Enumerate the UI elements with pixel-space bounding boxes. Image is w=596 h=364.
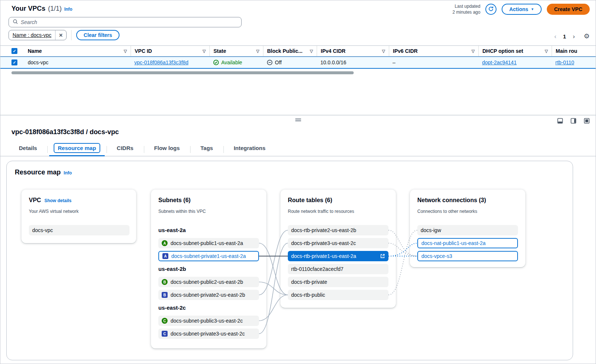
clear-filters-label: Clear filters <box>84 32 112 38</box>
create-vpc-label: Create VPC <box>554 6 582 12</box>
az-label: us-east-2b <box>158 266 186 272</box>
row-checkbox[interactable]: ✓ <box>11 59 17 65</box>
state-label: Available <box>221 59 242 65</box>
subnets-card-title: Subnets (6) <box>158 197 191 204</box>
split-bottom-icon[interactable] <box>557 118 563 124</box>
tab-integrations[interactable]: Integrations <box>223 143 276 156</box>
split-side-icon[interactable] <box>570 118 576 124</box>
subnet-item[interactable]: C docs-subnet-public3-us-east-2c <box>158 316 259 326</box>
subnet-item[interactable]: A docs-subnet-public1-us-east-2a <box>158 238 259 248</box>
search-icon <box>13 19 18 25</box>
split-drag-handle[interactable] <box>295 119 301 122</box>
info-link[interactable]: Info <box>64 7 73 12</box>
network-connections-card-title: Network connections (3) <box>417 197 486 204</box>
network-connections-card: Network connections (3) Connections to o… <box>410 190 525 267</box>
column-filter-icon[interactable]: ▽ <box>307 49 313 54</box>
tab-resource-map[interactable]: Resource map <box>47 143 106 156</box>
cell-main-route: rtb-0110 <box>552 57 596 68</box>
connection-item[interactable]: docs-igw <box>417 225 518 235</box>
subnet-item[interactable]: B docs-subnet-public2-us-east-2b <box>158 277 259 287</box>
cell-ipv4-cidr: 10.0.0.0/16 <box>317 57 389 68</box>
select-all-checkbox[interactable]: ✓ <box>11 48 17 54</box>
table-row[interactable]: ✓ docs-vpc vpc-018f086a13f3c3f8d Availab… <box>0 57 596 69</box>
actions-button[interactable]: Actions ▼ <box>502 4 541 15</box>
column-header-block-public: Block Public... ▽ <box>263 46 317 56</box>
route-tables-card: Route tables (6) Route network traffic t… <box>280 190 396 308</box>
cell-block-public: Off <box>263 57 317 68</box>
connection-item[interactable]: docs-vpce-s3 <box>417 251 518 261</box>
create-vpc-button[interactable]: Create VPC <box>547 4 590 15</box>
split-full-icon[interactable] <box>584 118 590 124</box>
connection-item[interactable]: docs-nat-public1-us-east-2a <box>417 238 518 248</box>
resource-map-panel: Resource map Info VPC Show details Your … <box>6 161 573 360</box>
tab-tags[interactable]: Tags <box>190 143 223 156</box>
subnet-item[interactable]: C docs-subnet-private3-us-east-2c <box>158 329 259 339</box>
column-filter-icon[interactable]: ▽ <box>253 49 259 54</box>
column-filter-icon[interactable]: ▽ <box>121 49 127 54</box>
column-filter-icon[interactable]: ▽ <box>379 49 385 54</box>
tab-details[interactable]: Details <box>9 143 47 156</box>
route-table-item[interactable]: rtb-0110cface2acecfd7 <box>288 264 388 274</box>
column-filter-icon[interactable]: ▽ <box>469 49 475 54</box>
show-details-link[interactable]: Show details <box>44 198 71 203</box>
subnet-item[interactable]: A docs-subnet-private1-us-east-2a <box>158 251 259 261</box>
subnet-item[interactable]: B docs-subnet-private2-us-east-2b <box>158 290 259 300</box>
status-off-icon <box>267 59 273 65</box>
vpc-list-panel: Your VPCs (1/1) Info Last updated 2 minu… <box>0 0 596 115</box>
page-header: Your VPCs (1/1) Info <box>11 5 73 13</box>
tab-flow-logs[interactable]: Flow logs <box>144 143 190 156</box>
public-subnet-icon: A <box>162 240 168 246</box>
info-link[interactable]: Info <box>64 170 72 176</box>
vpc-card: VPC Show details Your AWS virtual networ… <box>21 190 136 243</box>
split-panel-bar <box>0 115 596 127</box>
cell-state: Available <box>209 57 263 68</box>
filter-token: Name : docs-vpc ✕ <box>9 30 67 40</box>
search-box <box>9 17 242 27</box>
refresh-button[interactable] <box>485 4 496 15</box>
horizontal-scrollbar[interactable] <box>11 71 354 74</box>
az-label: us-east-2a <box>158 227 186 233</box>
page-number[interactable]: 1 <box>563 33 566 40</box>
filter-row: Name : docs-vpc ✕ Clear filters <box>9 30 119 40</box>
route-table-item[interactable]: docs-rtb-private <box>288 277 388 287</box>
dhcp-option-set-link[interactable]: dopt-2ac94141 <box>482 59 516 65</box>
private-subnet-icon: A <box>162 253 168 259</box>
vpc-item[interactable]: docs-vpc <box>29 225 129 235</box>
route-table-item-selected[interactable]: docs-rtb-private1-us-east-2a <box>288 251 388 261</box>
route-table-item[interactable]: docs-rtb-private3-us-east-2c <box>288 238 388 248</box>
last-updated-label: Last updated <box>452 3 480 9</box>
cell-vpc-id: vpc-018f086a13f3c3f8d <box>131 57 209 68</box>
previous-page-icon[interactable]: ‹ <box>554 33 556 40</box>
cell-ipv6-cidr: – <box>389 57 478 68</box>
route-table-item[interactable]: docs-rtb-public <box>288 290 388 300</box>
remove-filter-icon[interactable]: ✕ <box>55 30 66 40</box>
search-input[interactable] <box>21 19 238 25</box>
gear-icon[interactable]: ⚙ <box>584 32 590 40</box>
column-filter-icon[interactable]: ▽ <box>200 49 206 54</box>
resource-map-title: Resource map <box>15 169 61 176</box>
pagination: ‹ 1 › ⚙ <box>554 32 590 40</box>
column-header-state: State ▽ <box>209 46 263 56</box>
tab-cidrs[interactable]: CIDRs <box>107 143 144 156</box>
external-link-icon[interactable] <box>380 254 385 259</box>
private-subnet-icon: B <box>162 292 168 298</box>
last-updated: Last updated 2 minutes ago <box>452 3 480 15</box>
select-all-cell: ✓ <box>0 46 24 56</box>
refresh-icon <box>488 6 494 13</box>
chevron-down-icon: ▼ <box>531 8 534 11</box>
vpc-count: (1/1) <box>48 5 62 13</box>
next-page-icon[interactable]: › <box>573 33 575 40</box>
row-select-cell: ✓ <box>0 57 24 68</box>
column-filter-icon[interactable]: ▽ <box>542 49 548 54</box>
vpc-card-subtitle: Your AWS virtual network <box>29 209 79 214</box>
filter-token-label[interactable]: Name : docs-vpc <box>9 32 55 38</box>
main-route-table-link[interactable]: rtb-0110 <box>555 59 574 65</box>
actions-button-label: Actions <box>509 6 528 12</box>
vpc-table: ✓ Name ▽ VPC ID ▽ State ▽ Block Public..… <box>0 45 596 69</box>
clear-filters-button[interactable]: Clear filters <box>76 30 119 40</box>
last-updated-value: 2 minutes ago <box>452 9 480 15</box>
cell-name: docs-vpc <box>24 57 131 68</box>
table-header-row: ✓ Name ▽ VPC ID ▽ State ▽ Block Public..… <box>0 45 596 57</box>
vpc-id-link[interactable]: vpc-018f086a13f3c3f8d <box>134 59 188 65</box>
route-table-item[interactable]: docs-rtb-private2-us-east-2b <box>288 225 388 235</box>
